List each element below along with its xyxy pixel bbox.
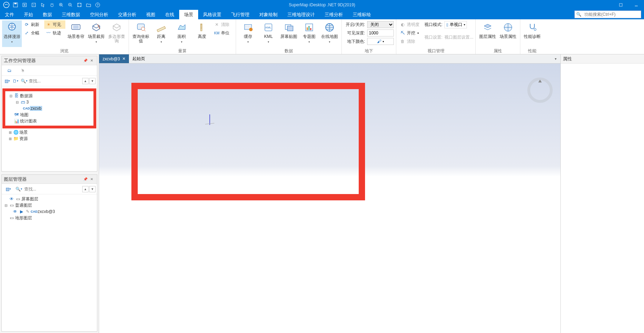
scene-roller-button[interactable]: 场景卷帘 — [66, 20, 86, 47]
pan-icon[interactable] — [48, 1, 56, 9]
select-roam-button[interactable]: 选择漫游 ▾ — [2, 20, 22, 47]
layer-props-button[interactable]: 图层属性 — [478, 20, 497, 47]
folder-icon[interactable] — [84, 1, 93, 9]
tabs-dropdown-icon[interactable]: ▾ — [553, 56, 558, 61]
thematic-button[interactable]: 专题图 ▾ — [299, 20, 319, 47]
minimize-icon[interactable] — [629, 0, 644, 10]
tree-layer-item[interactable]: 👁▶✎CADzxcvb@3 — [2, 208, 97, 215]
query-coord-button[interactable]: 查询坐标值 — [131, 20, 151, 47]
refresh-button[interactable]: ⟳刷新 — [22, 20, 44, 29]
tab-view[interactable]: 视图 — [141, 10, 160, 19]
tree-map[interactable]: 🗺地图 — [5, 112, 93, 118]
add-layer-icon[interactable]: ▤▾ — [3, 185, 13, 193]
perf-diag-button[interactable]: 性能诊断 — [522, 20, 542, 47]
color-picker[interactable]: 🖌▾ — [367, 38, 394, 45]
layer-search-input[interactable] — [24, 187, 82, 192]
scene-viewport[interactable] — [99, 64, 560, 333]
pin-icon[interactable]: 📌 — [82, 58, 89, 64]
search-icon[interactable]: 🔍▾ — [14, 185, 24, 193]
layers-icon — [482, 22, 493, 33]
visible-depth-input[interactable] — [367, 29, 394, 36]
search-icon[interactable]: 🔍▾ — [20, 77, 28, 85]
tab-online[interactable]: 在线 — [160, 10, 179, 19]
doc-tab-scene[interactable]: zxcvb@3 ✕ — [99, 54, 129, 63]
polygon-query-button[interactable]: 多边形查询 — [107, 20, 126, 47]
doc-tab-start[interactable]: 起始页 — [129, 54, 149, 63]
app-logo-icon[interactable] — [2, 1, 11, 9]
tab-data[interactable]: 数据 — [38, 10, 57, 19]
prev-icon[interactable]: ▲ — [82, 186, 89, 192]
globe-roam-icon — [6, 22, 18, 33]
scene-crop-button[interactable]: 场景裁剪 ▾ — [86, 20, 106, 47]
tab-traffic-analysis[interactable]: 交通分析 — [113, 10, 141, 19]
zoom-in-icon[interactable] — [57, 1, 65, 9]
new-ds-icon[interactable]: ▤▾ — [3, 77, 11, 85]
zoom-out-icon[interactable] — [66, 1, 74, 9]
full-extent-button[interactable]: ⤢全幅 — [22, 29, 44, 37]
eye-icon[interactable]: 👁 — [12, 209, 18, 214]
tab-object-draw[interactable]: 对象绘制 — [254, 10, 282, 19]
tab-3d-plot[interactable]: 三维标绘 — [348, 10, 376, 19]
area-button[interactable]: 面积 ▾ — [172, 20, 191, 47]
tab-3d-design[interactable]: 三维地理设计 — [282, 10, 320, 19]
tree-normal-layer[interactable]: ⊟▭普通图层 — [2, 202, 97, 208]
transparency-button[interactable]: ◐透明度 — [398, 20, 421, 29]
tab-3d-data[interactable]: 三维数据 — [57, 10, 85, 19]
workspace-search-input[interactable] — [29, 79, 82, 84]
scene-props-button[interactable]: 场景属性 — [498, 20, 518, 47]
open-icon[interactable] — [30, 1, 38, 9]
tree-ds[interactable]: ⊟🗃3 — [5, 99, 93, 105]
edit-icon[interactable]: ✎ — [25, 209, 31, 214]
compass-icon[interactable] — [527, 78, 553, 103]
tab-flight[interactable]: 飞行管理 — [226, 10, 254, 19]
visible-button[interactable]: ☀可见 — [44, 20, 65, 29]
excavate-button[interactable]: ⛏开挖▾ — [398, 29, 421, 37]
tree-scene[interactable]: ⊞🌐场景 — [2, 129, 97, 135]
distance-button[interactable]: 距离 ▾ — [151, 20, 171, 47]
tab-start[interactable]: 开始 — [19, 10, 38, 19]
viewport-clear-button[interactable]: 🗑清除 — [398, 37, 421, 46]
tab-scene[interactable]: 场景 — [179, 10, 198, 19]
tab-file[interactable]: 文件 — [0, 10, 19, 19]
help-icon[interactable]: ? — [93, 1, 102, 9]
tree-chart[interactable]: 📊统计图表 — [5, 118, 93, 124]
select-icon[interactable]: ▶ — [19, 209, 24, 214]
tab-spatial-analysis[interactable]: 空间分析 — [85, 10, 113, 19]
close-icon[interactable]: ✕ — [89, 176, 95, 182]
close-tab-icon[interactable]: ✕ — [122, 56, 125, 61]
next-icon[interactable]: ▼ — [89, 186, 96, 192]
restore-icon[interactable] — [613, 0, 629, 10]
filter-icon[interactable]: 🗋▾ — [12, 77, 19, 85]
list-view-icon[interactable]: 🖱 — [18, 66, 28, 75]
unit-button[interactable]: KM单位 — [213, 29, 234, 37]
tab-3d-analysis[interactable]: 三维分析 — [320, 10, 348, 19]
tree-terrain-layer[interactable]: ▭地形图层 — [2, 215, 97, 221]
track-button[interactable]: 〰轨迹 — [44, 29, 65, 37]
tree-screen-layer[interactable]: 👁▭屏幕图层 — [2, 196, 97, 202]
online-map-button[interactable]: 在线地图 ▾ — [320, 20, 339, 47]
prev-icon[interactable]: ▲ — [82, 78, 89, 84]
tree-resource[interactable]: ⊞📁资源 — [2, 135, 97, 142]
save-icon[interactable] — [11, 1, 20, 9]
viewport-setting-link[interactable]: 视口图层设置... — [444, 34, 473, 40]
measure-clear-button[interactable]: ✕清除 — [213, 20, 234, 29]
function-search-input[interactable] — [583, 12, 639, 17]
pointer-icon[interactable] — [39, 1, 47, 9]
cache-button[interactable]: 缓存 ▾ — [238, 20, 258, 47]
pin-icon[interactable]: 📌 — [82, 176, 89, 182]
extent-icon[interactable] — [75, 1, 84, 9]
tree-dataset[interactable]: CADzxcvb — [5, 105, 93, 112]
height-button[interactable]: 高度 — [192, 20, 212, 47]
tab-style[interactable]: 风格设置 — [198, 10, 226, 19]
next-icon[interactable]: ▼ — [89, 78, 96, 84]
eye-icon[interactable]: 👁 — [9, 196, 14, 202]
kml-button[interactable]: KML KML ▾ — [259, 20, 278, 47]
function-search[interactable]: 🔍 — [574, 11, 641, 18]
close-icon[interactable]: ✕ — [89, 58, 95, 64]
new-icon[interactable] — [20, 1, 29, 9]
tree-view-icon[interactable]: 🗂 — [5, 66, 14, 75]
open-close-select[interactable]: 关闭 — [367, 21, 394, 28]
tree-datasource[interactable]: ⊟🗄数据源 — [5, 93, 93, 99]
viewport-mode-select[interactable]: ▯单视口▾ — [444, 21, 467, 28]
screen-paste-button[interactable]: 屏幕贴图 — [279, 20, 299, 47]
